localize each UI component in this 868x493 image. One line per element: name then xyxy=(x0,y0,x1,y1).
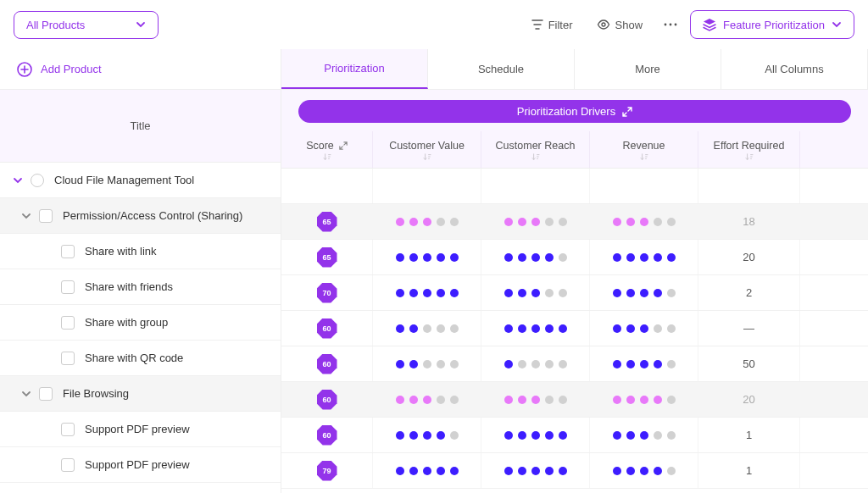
table-row[interactable]: Share with link xyxy=(0,234,281,269)
score-badge: 60 xyxy=(317,354,337,374)
table-row[interactable]: Share with group xyxy=(0,305,281,341)
row-label: Support PDF preview xyxy=(85,458,190,471)
tab-schedule[interactable]: Schedule xyxy=(428,49,575,89)
svg-point-2 xyxy=(670,24,672,26)
rating-dots[interactable] xyxy=(396,289,459,297)
sort-icon xyxy=(639,153,649,160)
rating-dots[interactable] xyxy=(504,396,567,404)
rating-dots[interactable] xyxy=(396,396,459,404)
effort-value: 18 xyxy=(743,215,754,228)
add-product-button[interactable]: Add Product xyxy=(0,49,281,90)
rating-dots[interactable] xyxy=(613,431,676,440)
rating-dots[interactable] xyxy=(504,253,567,262)
add-product-label: Add Product xyxy=(41,63,102,75)
table-row[interactable]: Share with QR code xyxy=(0,341,281,376)
score-badge: 60 xyxy=(317,319,337,339)
filter-icon xyxy=(531,19,543,30)
rating-dots[interactable] xyxy=(396,360,459,368)
chevron-down-icon xyxy=(136,19,146,30)
feature-prioritization-button[interactable]: Feature Prioritization xyxy=(690,10,854,39)
dots-icon xyxy=(663,19,678,30)
row-label: Share with friends xyxy=(85,280,173,293)
table-row: 6050 xyxy=(281,346,868,382)
rating-dots[interactable] xyxy=(504,324,567,333)
table-row: 6020 xyxy=(281,382,868,418)
table-row: 601 xyxy=(281,418,868,453)
checkbox[interactable] xyxy=(39,387,53,401)
row-label: Cloud File Management Tool xyxy=(54,174,194,186)
drivers-bar-label: Prioritization Drivers xyxy=(517,105,615,118)
rating-dots[interactable] xyxy=(504,218,567,226)
score-badge: 65 xyxy=(317,247,337,268)
table-row: 6520 xyxy=(281,240,868,275)
checkbox[interactable] xyxy=(61,280,75,294)
effort-value: 2 xyxy=(746,286,752,299)
effort-value: 1 xyxy=(746,429,752,441)
rating-dots[interactable] xyxy=(613,467,676,475)
checkbox[interactable] xyxy=(61,316,75,330)
checkbox[interactable] xyxy=(61,423,75,436)
effort-value: — xyxy=(743,322,754,335)
table-row[interactable]: Cloud File Management Tool xyxy=(0,163,281,198)
product-selector[interactable]: All Products xyxy=(14,11,159,39)
sort-icon xyxy=(744,153,754,160)
checkbox[interactable] xyxy=(61,352,75,365)
filter-button[interactable]: Filter xyxy=(523,14,581,36)
chevron-down-icon xyxy=(832,19,842,30)
tab-more[interactable]: More xyxy=(575,49,721,89)
prioritization-drivers-bar[interactable]: Prioritization Drivers xyxy=(298,100,851,123)
rating-dots[interactable] xyxy=(613,289,676,297)
checkbox[interactable] xyxy=(39,209,53,223)
rating-dots[interactable] xyxy=(396,431,459,440)
tab-prioritization[interactable]: Prioritization xyxy=(281,49,428,89)
effort-value: 20 xyxy=(743,393,754,406)
rating-dots[interactable] xyxy=(396,218,459,226)
rating-dots[interactable] xyxy=(613,360,676,368)
rating-dots[interactable] xyxy=(613,396,676,404)
left-pane: Add Product Title Cloud File Management … xyxy=(0,49,281,493)
table-row[interactable]: Share with friends xyxy=(0,269,281,305)
score-column-header[interactable]: Score xyxy=(281,131,373,168)
show-button[interactable]: Show xyxy=(588,14,652,36)
table-row[interactable]: Permission/Access Control (Sharing) xyxy=(0,198,281,234)
rating-dots[interactable] xyxy=(613,253,676,262)
rating-dots[interactable] xyxy=(396,324,459,333)
checkbox[interactable] xyxy=(61,458,75,472)
right-pane: PrioritizationScheduleMoreAll Columns Pr… xyxy=(281,49,868,493)
table-row[interactable]: File Browsing xyxy=(0,376,281,412)
checkbox[interactable] xyxy=(31,174,44,187)
customer-value-column-header[interactable]: Customer Value xyxy=(373,131,481,168)
chevron-down-icon[interactable] xyxy=(20,388,32,400)
effort-value: 50 xyxy=(743,357,754,370)
table-row: 791 xyxy=(281,453,868,489)
rating-dots[interactable] xyxy=(504,289,567,297)
svg-point-3 xyxy=(675,24,677,26)
rating-dots[interactable] xyxy=(504,431,567,440)
svg-point-0 xyxy=(602,23,605,26)
chevron-down-icon[interactable] xyxy=(20,210,32,222)
row-label: Permission/Access Control (Sharing) xyxy=(63,209,242,222)
customer-reach-column-header[interactable]: Customer Reach xyxy=(481,131,590,168)
rating-dots[interactable] xyxy=(504,360,567,368)
feature-prioritization-label: Feature Prioritization xyxy=(723,19,825,31)
plus-circle-icon xyxy=(17,62,32,77)
sort-icon xyxy=(422,153,432,160)
sort-icon xyxy=(322,153,332,160)
rating-dots[interactable] xyxy=(396,253,459,262)
table-row[interactable]: Support PDF preview xyxy=(0,412,281,447)
rating-dots[interactable] xyxy=(613,324,676,333)
layers-icon xyxy=(703,18,716,31)
rating-dots[interactable] xyxy=(396,467,459,475)
revenue-column-header[interactable]: Revenue xyxy=(590,131,698,168)
title-column-header: Title xyxy=(0,90,281,163)
rating-dots[interactable] xyxy=(613,218,676,226)
more-menu-button[interactable] xyxy=(658,14,683,36)
checkbox[interactable] xyxy=(61,245,75,258)
chevron-down-icon[interactable] xyxy=(12,174,24,186)
tab-all-columns[interactable]: All Columns xyxy=(721,49,868,89)
table-row: 60— xyxy=(281,311,868,346)
table-row[interactable]: Support PDF preview xyxy=(0,447,281,483)
effort-column-header[interactable]: Effort Required xyxy=(698,131,800,168)
filter-label: Filter xyxy=(548,19,573,31)
rating-dots[interactable] xyxy=(504,467,567,475)
